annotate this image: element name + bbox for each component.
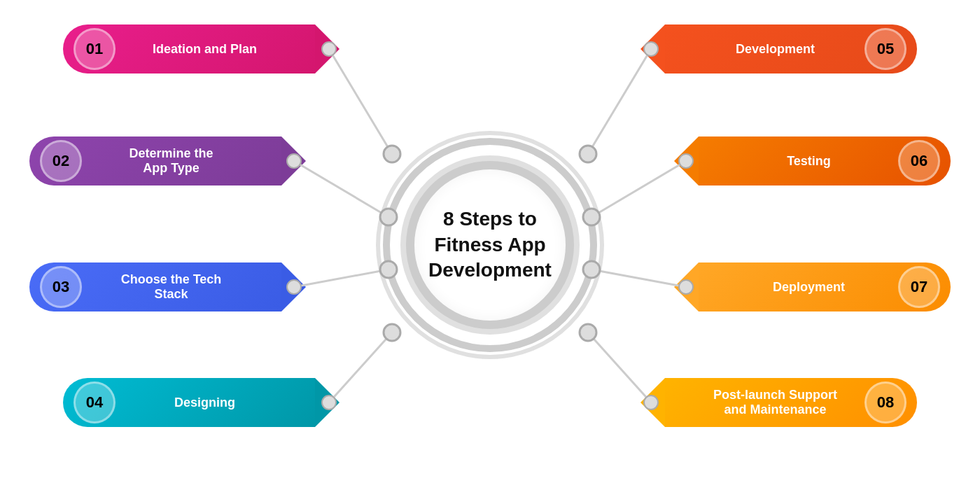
svg-line-7 <box>592 161 686 217</box>
center-title: 8 Steps to Fitness App Development <box>428 206 552 283</box>
step-07-number: 07 <box>898 266 940 308</box>
step-08-label: Post-launch Supportand Maintenance <box>686 388 864 417</box>
step-06-label: Testing <box>720 154 898 169</box>
step-02: 02 Determine theApp Type <box>29 136 281 186</box>
step-02-label: Determine theApp Type <box>82 146 260 176</box>
step-05: Development 05 <box>665 24 917 74</box>
center-circle: 8 Steps to Fitness App Development <box>406 161 574 329</box>
svg-line-4 <box>294 270 388 287</box>
step-02-number: 02 <box>40 140 82 182</box>
step-03: 03 Choose the TechStack <box>29 262 281 312</box>
step-05-number: 05 <box>864 28 906 70</box>
step-02-body: 02 Determine theApp Type <box>29 136 281 186</box>
step-04: 04 Designing <box>63 378 315 427</box>
svg-point-14 <box>580 146 596 162</box>
step-03-body: 03 Choose the TechStack <box>29 262 281 312</box>
svg-point-16 <box>583 261 600 278</box>
step-07-body: Deployment 07 <box>699 262 951 312</box>
step-08-body: Post-launch Supportand Maintenance 08 <box>665 378 917 427</box>
step-03-label: Choose the TechStack <box>82 272 260 302</box>
step-01-label: Ideation and Plan <box>115 42 294 57</box>
svg-point-10 <box>384 146 400 162</box>
svg-point-15 <box>583 209 600 225</box>
step-05-label: Development <box>686 42 864 57</box>
step-07-label: Deployment <box>720 280 898 295</box>
step-08-number: 08 <box>864 382 906 424</box>
step-05-body: Development 05 <box>665 24 917 74</box>
step-04-label: Designing <box>115 396 294 410</box>
step-03-number: 03 <box>40 266 82 308</box>
step-06-body: Testing 06 <box>699 136 951 186</box>
step-04-body: 04 Designing <box>63 378 315 427</box>
diagram-container: 8 Steps to Fitness App Development 01 Id… <box>0 0 980 490</box>
svg-point-17 <box>580 324 596 341</box>
svg-point-12 <box>380 261 397 278</box>
svg-point-13 <box>384 324 400 341</box>
step-01: 01 Ideation and Plan <box>63 24 315 74</box>
step-08: Post-launch Supportand Maintenance 08 <box>665 378 917 427</box>
svg-line-3 <box>294 161 388 217</box>
step-01-number: 01 <box>74 28 115 70</box>
step-06-number: 06 <box>898 140 940 182</box>
step-07: Deployment 07 <box>699 262 951 312</box>
step-01-body: 01 Ideation and Plan <box>63 24 315 74</box>
step-04-number: 04 <box>74 382 115 424</box>
svg-line-8 <box>592 270 686 287</box>
svg-point-11 <box>380 209 397 225</box>
step-06: Testing 06 <box>699 136 951 186</box>
